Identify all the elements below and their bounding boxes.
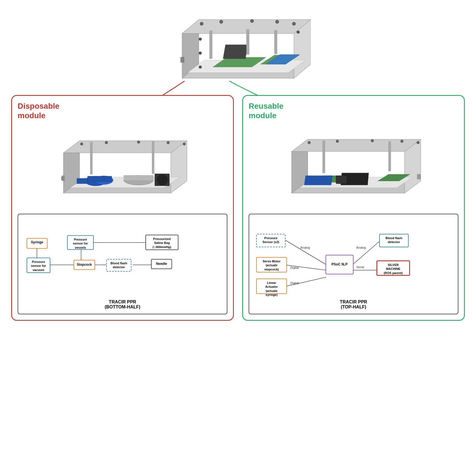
diag-psoc-5lp: PSoC 5LP bbox=[326, 255, 354, 274]
svg-point-9 bbox=[200, 22, 203, 25]
svg-text:Serial: Serial bbox=[356, 265, 364, 269]
diag-pressure-vacuum: Pressuresensor forvacuum bbox=[27, 258, 50, 273]
reusable-device-svg bbox=[284, 130, 423, 203]
reusable-diagram-title: TRACIR PPR (TOP-HALF) bbox=[253, 300, 454, 310]
diag-pressure-sensor-x2: PressureSensor (x2) bbox=[256, 234, 286, 247]
svg-point-68 bbox=[417, 141, 420, 144]
disposable-block-diagram: Syringe Pressuresensor forvacuum Pressur… bbox=[18, 214, 227, 314]
diag-linear-actuator: LinearActuator(actuatesyringe) bbox=[256, 279, 287, 294]
disposable-device-image bbox=[18, 124, 227, 208]
svg-rect-69 bbox=[417, 174, 421, 179]
svg-line-72 bbox=[287, 265, 326, 270]
svg-text:Digital: Digital bbox=[290, 266, 299, 269]
svg-line-73 bbox=[287, 277, 326, 286]
disposable-diagram-container: Syringe Pressuresensor forvacuum Pressur… bbox=[22, 218, 223, 297]
reusable-device-image bbox=[249, 124, 458, 208]
svg-rect-8 bbox=[223, 45, 248, 59]
svg-point-37 bbox=[80, 143, 83, 146]
svg-point-64 bbox=[308, 141, 311, 144]
top-device-box bbox=[165, 6, 311, 89]
reusable-diagram-container: Analog Analog Digital Digital Serial Pre… bbox=[253, 218, 454, 297]
diag-pressurized-saline: PressurizedSaline Bag(~300mmHg) bbox=[145, 235, 178, 250]
modules-row: Disposable module bbox=[6, 95, 470, 321]
svg-point-65 bbox=[336, 140, 339, 143]
diag-syringe: Syringe bbox=[27, 238, 48, 249]
page-container: Disposable module bbox=[0, 0, 476, 461]
svg-rect-43 bbox=[152, 142, 154, 174]
svg-point-36 bbox=[157, 174, 168, 185]
svg-point-39 bbox=[137, 141, 140, 144]
svg-rect-63 bbox=[388, 142, 391, 171]
top-device-svg bbox=[165, 6, 311, 89]
diag-needle: Needle bbox=[151, 259, 172, 269]
disposable-diagram-lines bbox=[22, 218, 223, 297]
svg-text:Digital: Digital bbox=[290, 281, 299, 285]
svg-point-11 bbox=[250, 19, 254, 23]
reusable-block-diagram: Analog Analog Digital Digital Serial Pre… bbox=[249, 214, 458, 314]
svg-point-15 bbox=[199, 52, 202, 54]
svg-rect-19 bbox=[209, 31, 212, 59]
diag-blood-flash-left: Blood flashdetector bbox=[106, 259, 131, 272]
svg-rect-31 bbox=[88, 176, 112, 182]
svg-text:Analog: Analog bbox=[356, 246, 366, 249]
svg-point-12 bbox=[275, 20, 279, 23]
svg-rect-45 bbox=[61, 177, 63, 180]
disposable-module-panel: Disposable module bbox=[11, 95, 234, 321]
svg-rect-20 bbox=[246, 29, 249, 54]
svg-rect-42 bbox=[90, 142, 93, 174]
disposable-diagram-title: TRACIR PPR (BOTTOM-HALF) bbox=[22, 300, 223, 310]
svg-point-16 bbox=[199, 66, 202, 68]
svg-point-10 bbox=[220, 20, 223, 23]
svg-point-66 bbox=[371, 139, 374, 142]
svg-rect-59 bbox=[304, 176, 333, 185]
svg-point-17 bbox=[297, 31, 300, 34]
svg-rect-21 bbox=[274, 30, 277, 54]
diag-pressure-vessels: Pressuresensor forvessels bbox=[67, 235, 94, 250]
svg-text:Analog: Analog bbox=[300, 246, 310, 249]
svg-rect-32 bbox=[77, 178, 88, 184]
svg-rect-61 bbox=[336, 176, 347, 184]
svg-point-14 bbox=[199, 38, 202, 41]
svg-rect-18 bbox=[181, 57, 184, 62]
diag-servo-motor: Servo Motor(actuatestopcock) bbox=[256, 257, 287, 272]
svg-point-40 bbox=[167, 141, 169, 144]
disposable-device-svg bbox=[55, 130, 190, 203]
reusable-module-panel: Reusable module bbox=[242, 95, 465, 321]
reusable-module-title: Reusable module bbox=[249, 101, 458, 120]
svg-point-67 bbox=[400, 140, 403, 143]
diag-blood-flash-right: Blood flashdetector bbox=[379, 234, 409, 247]
diag-silver-machine: SILVERMACHINE(ROS parent) bbox=[376, 260, 410, 276]
svg-rect-62 bbox=[322, 141, 325, 173]
svg-point-38 bbox=[105, 141, 108, 144]
svg-point-13 bbox=[292, 22, 296, 25]
top-device-area bbox=[6, 6, 470, 89]
diag-stopcock: Stopcock bbox=[74, 260, 95, 270]
svg-point-41 bbox=[183, 143, 186, 146]
svg-rect-34 bbox=[124, 175, 154, 181]
svg-line-70 bbox=[286, 240, 326, 265]
disposable-module-title: Disposable module bbox=[18, 101, 227, 120]
